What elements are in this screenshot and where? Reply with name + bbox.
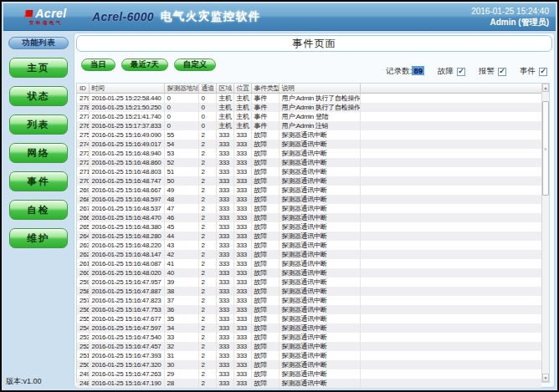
table-cell: 53: [164, 149, 198, 158]
table-cell: 266: [77, 213, 89, 222]
table-row[interactable]: 2682016-01-25 15:16:48.597482333333故障探测器…: [77, 195, 541, 204]
table-cell: 2: [198, 305, 216, 314]
table-cell: 2: [198, 314, 216, 323]
table-cell: 333: [233, 360, 251, 369]
checkbox-event[interactable]: 事件✓: [520, 66, 547, 77]
table-row[interactable]: 2772016-01-25 15:21:41.74000主机主机事件用户:Adm…: [77, 112, 541, 121]
table-cell: 31: [164, 351, 198, 360]
table-cell: 249: [77, 369, 89, 379]
table-row[interactable]: 2572016-01-25 15:16:47.823372333333故障探测器…: [77, 296, 541, 305]
table-cell: 0: [164, 103, 198, 112]
table-cell: 2: [198, 323, 216, 333]
table-cell-filler: [360, 314, 541, 323]
sidebar-item-selfcheck[interactable]: 自检: [9, 200, 68, 220]
scrollbar-thumb[interactable]: ≡: [542, 101, 549, 196]
table-row[interactable]: 2502016-01-25 15:16:47.320302333333故障探测器…: [77, 360, 541, 369]
table-cell: 273: [77, 149, 89, 158]
table-cell: 264: [77, 232, 89, 241]
table-cell: 38: [164, 287, 198, 296]
table-row[interactable]: 2622016-01-25 15:16:48.147422333333故障探测器…: [77, 250, 541, 259]
sidebar-item-list[interactable]: 列表: [9, 115, 68, 135]
table-row[interactable]: 2492016-01-25 15:16:47.263292333333故障探测器…: [77, 369, 541, 379]
table-row[interactable]: 2782016-01-25 15:21:50.25000主机主机事件用户:Adm…: [77, 103, 541, 112]
table-row[interactable]: 2542016-01-25 15:16:47.597342333333故障探测器…: [77, 323, 541, 333]
table-row[interactable]: 2742016-01-25 15:16:49.017542333333故障探测器…: [77, 140, 541, 149]
table-row[interactable]: 2602016-01-25 15:16:48.020402333333故障探测器…: [77, 268, 541, 277]
acrel-logo: Acrel 安科瑞电气: [13, 8, 79, 26]
table-row[interactable]: 2722016-01-25 15:16:48.860522333333故障探测器…: [77, 158, 541, 167]
table-cell: 2016-01-25 15:21:41.740: [89, 112, 164, 121]
table-cell: 探测器通讯中断: [279, 287, 360, 296]
record-count-label: 记录数:: [386, 66, 412, 75]
table-cell: 2: [198, 213, 216, 222]
filter-button-last7days[interactable]: 最近7天: [121, 59, 168, 71]
sidebar-item-maintenance[interactable]: 维护: [9, 228, 68, 248]
table-row[interactable]: 2512016-01-25 15:16:47.393312333333故障探测器…: [77, 351, 541, 360]
table-cell: 探测器通讯中断: [279, 250, 360, 259]
checkbox-box-event[interactable]: ✓: [539, 68, 547, 76]
table-cell: 257: [77, 296, 89, 305]
app-title: Acrel-6000 电气火灾监控软件: [92, 9, 261, 24]
table-row[interactable]: 2532016-01-25 15:16:47.540332333333故障探测器…: [77, 333, 541, 342]
table-row[interactable]: 2752016-01-25 15:16:49.090552333333故障探测器…: [77, 130, 541, 140]
table-cell: 故障: [251, 222, 279, 232]
sidebar-item-events[interactable]: 事件: [9, 171, 68, 191]
table-cell: 故障: [251, 204, 279, 213]
table-cell: 259: [77, 277, 89, 287]
table-cell-filler: [360, 323, 541, 333]
table-row[interactable]: 2612016-01-25 15:16:48.087412333333故障探测器…: [77, 259, 541, 268]
table-cell: 333: [233, 277, 251, 287]
checkbox-box-fault[interactable]: ✓: [457, 68, 465, 76]
table-row[interactable]: 2632016-01-25 15:16:48.220432333333故障探测器…: [77, 241, 541, 250]
table-row[interactable]: 2592016-01-25 15:16:47.957392333333故障探测器…: [77, 277, 541, 287]
sidebar-item-status[interactable]: 状态: [9, 86, 68, 106]
column-header: 时间: [89, 84, 164, 94]
acrel-logo-icon: [25, 10, 33, 18]
checkbox-alarm[interactable]: 报警✓: [479, 66, 506, 77]
scrollbar-down-icon[interactable]: ▼: [542, 374, 549, 382]
table-cell: 268: [77, 195, 89, 204]
table-row[interactable]: 2702016-01-25 15:16:48.747502333333故障探测器…: [77, 176, 541, 186]
table-row[interactable]: 2562016-01-25 15:16:47.753362333333故障探测器…: [77, 305, 541, 314]
table-row[interactable]: 2732016-01-25 15:16:48.940532333333故障探测器…: [77, 149, 541, 158]
record-count-group: 记录数:89: [386, 66, 424, 77]
filter-button-today[interactable]: 当日: [81, 59, 115, 71]
table-cell: 333: [233, 305, 251, 314]
table-row[interactable]: 2692016-01-25 15:16:48.667492333333故障探测器…: [77, 186, 541, 195]
table-cell: 故障: [251, 250, 279, 259]
table-row[interactable]: 2792016-01-25 15:22:58.44000主机主机事件用户:Adm…: [77, 94, 541, 104]
table-row[interactable]: 2642016-01-25 15:16:48.280442333333故障探测器…: [77, 232, 541, 241]
scrollbar-up-icon[interactable]: ▲: [542, 84, 549, 92]
table-cell: 2: [198, 241, 216, 250]
table-cell: 探测器通讯中断: [279, 360, 360, 369]
table-cell: 2: [198, 287, 216, 296]
table-cell: 333: [216, 167, 233, 176]
sidebar-item-network[interactable]: 网络: [9, 143, 68, 163]
table-row[interactable]: 2672016-01-25 15:16:48.537472333333故障探测器…: [77, 204, 541, 213]
table-cell: 故障: [251, 342, 279, 351]
table-row[interactable]: 2482016-01-25 15:16:47.190282333333故障探测器…: [77, 379, 541, 388]
table-cell: 49: [164, 186, 198, 195]
checkbox-fault[interactable]: 故障✓: [438, 66, 465, 77]
table-row[interactable]: 2652016-01-25 15:16:48.380452333333故障探测器…: [77, 222, 541, 232]
table-cell: 333: [216, 204, 233, 213]
filter-button-custom[interactable]: 自定义: [174, 59, 217, 71]
header-right: 2016-01-25 15:24:40 Admin (管理员): [471, 6, 549, 28]
table-row[interactable]: 2762016-01-25 15:17:37.83300主机主机事件用户:Adm…: [77, 121, 541, 130]
table-cell: 故障: [251, 241, 279, 250]
table-cell: 2016-01-25 15:16:48.470: [89, 213, 164, 222]
table-cell: 52: [164, 158, 198, 167]
table-row[interactable]: 2522016-01-25 15:16:47.457322333333故障探测器…: [77, 342, 541, 351]
checkbox-box-alarm[interactable]: ✓: [498, 68, 506, 76]
table-cell: 2016-01-25 15:16:47.190: [89, 379, 164, 388]
table-row[interactable]: 2582016-01-25 15:16:47.887382333333故障探测器…: [77, 287, 541, 296]
table-cell: 事件: [251, 121, 279, 130]
table-cell: 2: [198, 268, 216, 277]
table-cell: 0: [198, 103, 216, 112]
table-cell: 探测器通讯中断: [279, 351, 360, 360]
vertical-scrollbar[interactable]: ▲ ≡ ▼: [541, 84, 549, 382]
table-row[interactable]: 2712016-01-25 15:16:48.803512333333故障探测器…: [77, 167, 541, 176]
table-row[interactable]: 2662016-01-25 15:16:48.470462333333故障探测器…: [77, 213, 541, 222]
sidebar-item-home[interactable]: 主页: [9, 58, 68, 78]
table-row[interactable]: 2552016-01-25 15:16:47.677352333333故障探测器…: [77, 314, 541, 323]
